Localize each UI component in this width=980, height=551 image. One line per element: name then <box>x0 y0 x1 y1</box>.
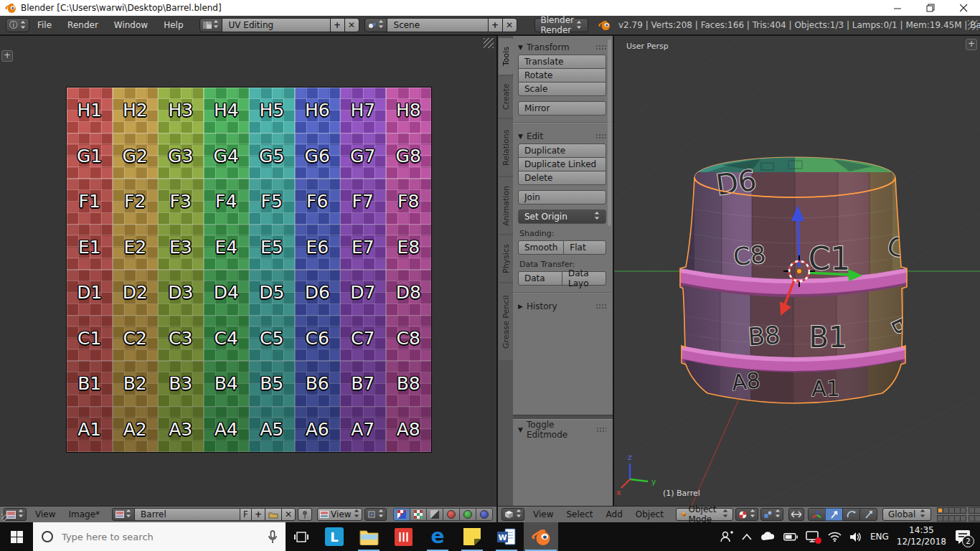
panel-header-history[interactable]: ▶ History <box>518 298 606 314</box>
manipulator-rotate-button[interactable] <box>842 508 860 521</box>
manipulator-scale-button[interactable] <box>859 508 877 521</box>
tool-button-data-layo[interactable]: Data Layo <box>562 271 606 286</box>
chevron-up-icon[interactable] <box>742 534 752 540</box>
close-layout-button[interactable]: ✕ <box>344 18 359 32</box>
corner-grip-icon[interactable] <box>484 38 494 48</box>
taskbar-app-app-l[interactable]: L <box>317 522 352 551</box>
panel-header-transform[interactable]: ▼ Transform <box>518 39 606 55</box>
menu-view[interactable]: View <box>29 509 62 519</box>
tool-shelf-tab-relations[interactable]: Relations <box>499 119 513 176</box>
close-button[interactable] <box>947 0 980 16</box>
people-icon[interactable] <box>720 530 734 543</box>
close-scene-button[interactable]: ✕ <box>502 18 517 32</box>
display-mode-dropdown[interactable]: View <box>317 508 362 521</box>
menu-add[interactable]: Add <box>600 509 629 519</box>
tool-button-translate[interactable]: Translate <box>518 55 606 69</box>
menu-render[interactable]: Render <box>60 20 106 30</box>
taskbar-app-blender[interactable] <box>524 522 558 551</box>
taskbar-app-file-explorer[interactable] <box>352 522 386 551</box>
taskbar-app-word[interactable]: W <box>489 522 524 551</box>
menu-help[interactable]: Help <box>156 20 191 30</box>
language-indicator[interactable]: ENG <box>870 532 889 542</box>
expand-region-button[interactable]: + <box>1 50 13 62</box>
task-view-button[interactable] <box>286 522 317 551</box>
scene-icon-button[interactable] <box>364 18 387 32</box>
layer-15[interactable] <box>960 515 966 522</box>
viewport-shading-dropdown[interactable] <box>735 508 758 521</box>
uv-test-grid-image[interactable]: H1H2H3H4H5H6H7H8G1G2G3G4G5G6G7G8F1F2F3F4… <box>67 88 431 452</box>
onedrive-icon[interactable] <box>760 532 776 542</box>
layer-17[interactable] <box>974 515 980 522</box>
draw-checker-toggle[interactable] <box>393 508 410 521</box>
screen-layout-name[interactable]: UV Editing <box>222 18 331 32</box>
tool-button-data[interactable]: Data <box>518 271 562 286</box>
tool-shelf-tab-animation[interactable]: Animation <box>499 177 513 234</box>
scene-name[interactable]: Scene <box>387 18 489 32</box>
wifi-icon[interactable] <box>828 532 842 542</box>
corner-grip-icon[interactable] <box>1 514 9 521</box>
battery-icon[interactable] <box>783 533 798 541</box>
menu-file[interactable]: File <box>29 20 60 30</box>
fake-user-button[interactable]: F <box>240 508 252 521</box>
minimize-button[interactable] <box>881 0 914 16</box>
tool-button-scale[interactable]: Scale <box>518 82 606 96</box>
tool-shelf-tab-tools[interactable]: Tools <box>499 38 513 75</box>
viewport-canvas[interactable]: D6 C8 C1 C <box>614 36 980 506</box>
blue-channel-toggle[interactable] <box>476 508 493 521</box>
checker-toggle[interactable] <box>410 508 427 521</box>
panel-header-edit[interactable]: ▼ Edit <box>518 128 606 143</box>
pivot-center-dropdown[interactable] <box>760 508 783 521</box>
pin-button[interactable] <box>298 508 312 521</box>
add-layout-button[interactable]: + <box>330 18 345 32</box>
unlink-image-button[interactable]: ✕ <box>281 508 296 521</box>
red-channel-toggle[interactable] <box>443 508 460 521</box>
layer-7[interactable] <box>974 507 980 514</box>
menu-image-[interactable]: Image* <box>62 509 106 519</box>
pivot-dropdown[interactable] <box>364 508 387 521</box>
restore-button[interactable] <box>914 0 947 16</box>
image-name-field[interactable]: Barrel <box>134 508 240 521</box>
panel-grip-icon[interactable] <box>596 427 606 433</box>
mode-dropdown[interactable]: Object Mode <box>676 508 733 521</box>
uv-image-editor[interactable]: + H1H2H3H4H5H6H7H8G1G2G3G4G5G6G7G8F1F2F3… <box>0 36 498 506</box>
taskbar-search[interactable] <box>33 522 286 551</box>
screen-layout-icon-button[interactable] <box>199 18 222 32</box>
expand-region-button[interactable]: + <box>966 39 977 50</box>
layer-5[interactable] <box>960 507 966 514</box>
manipulator-toggle-button[interactable] <box>788 508 804 521</box>
tool-button-mirror[interactable]: Mirror <box>518 101 606 116</box>
menu-object[interactable]: Object <box>629 509 670 519</box>
panel-grip-icon[interactable] <box>595 44 606 50</box>
tool-shelf-tab-create[interactable]: Create <box>499 76 513 118</box>
viewport-3d[interactable]: D6 C8 C1 C <box>614 36 980 506</box>
panel-header-toggle-editmode[interactable]: ▼ Toggle Editmode <box>518 422 606 437</box>
menu-view[interactable]: View <box>527 509 560 519</box>
menu-window[interactable]: Window <box>106 20 156 30</box>
alpha-toggle[interactable] <box>426 508 443 521</box>
tool-button-delete[interactable]: Delete <box>518 171 606 185</box>
tool-button-duplicate[interactable]: Duplicate <box>518 143 606 158</box>
taskbar-app-app-red[interactable] <box>386 522 420 551</box>
display-alert-icon[interactable] <box>806 531 820 542</box>
tool-shelf-tab-grease-pencil[interactable]: Grease Pencil <box>499 283 513 360</box>
tool-shelf-tab-physics[interactable]: Physics <box>499 235 513 282</box>
corner-grip-icon[interactable] <box>968 20 978 30</box>
tool-button-join[interactable]: Join <box>518 190 606 204</box>
tool-shelf-scrollbar[interactable] <box>608 39 611 226</box>
start-button[interactable] <box>0 522 33 551</box>
panel-grip-icon[interactable] <box>595 133 606 139</box>
image-browse-button[interactable] <box>112 508 135 521</box>
manipulator-translate-button[interactable] <box>825 508 843 521</box>
open-image-button[interactable] <box>265 508 282 521</box>
new-image-button[interactable]: + <box>251 508 265 521</box>
taskbar-app-sticky-notes[interactable] <box>455 522 489 551</box>
panel-grip-icon[interactable] <box>595 303 606 309</box>
add-scene-button[interactable]: + <box>488 18 503 32</box>
microphone-icon[interactable] <box>268 530 278 544</box>
search-input[interactable] <box>60 531 261 543</box>
speaker-icon[interactable] <box>849 532 862 542</box>
tool-button-rotate[interactable]: Rotate <box>518 68 606 83</box>
action-center-button[interactable]: 2 <box>954 528 971 545</box>
menu-select[interactable]: Select <box>560 509 599 519</box>
editor-type-info-selector[interactable]: ⓘ <box>6 18 29 32</box>
